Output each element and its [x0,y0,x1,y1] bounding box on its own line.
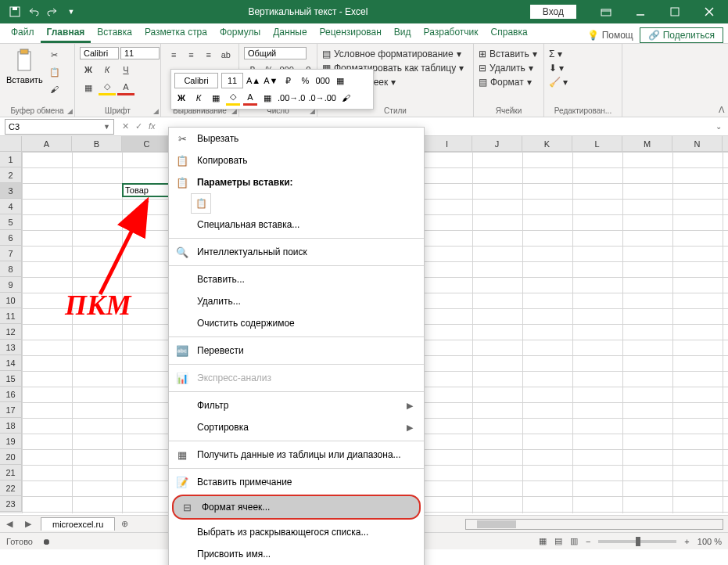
tab-home[interactable]: Главная [41,23,91,43]
row-header-7[interactable]: 7 [0,246,22,261]
wrap-text-icon[interactable]: ab [218,47,234,63]
col-header-B[interactable]: B [72,136,122,151]
zoom-slider[interactable] [598,540,676,543]
row-header-11[interactable]: 11 [0,308,22,324]
font-dialog-icon[interactable]: ◢ [153,107,159,115]
tab-layout[interactable]: Разметка стра [138,23,213,43]
row-header-19[interactable]: 19 [0,434,22,449]
row-header-3[interactable]: 3 [0,183,22,199]
copy-icon[interactable]: 📋 [46,64,63,80]
sheet-nav-prev-icon[interactable]: ◀ [0,519,19,529]
mini-inc-decimal-icon[interactable]: .0→.00 [308,90,335,106]
cm-smart-lookup[interactable]: 🔍Интеллектуальный поиск [169,241,424,263]
font-color-button[interactable]: A [117,80,134,95]
mini-format-painter-icon[interactable]: 🖌 [339,90,353,106]
mini-italic-button[interactable]: К [192,90,206,106]
font-size-select[interactable]: 11 [120,47,160,59]
mini-border2-button[interactable]: ▦ [260,90,274,106]
align-bottom-icon[interactable]: ≡ [201,47,217,63]
tab-data[interactable]: Данные [267,23,313,43]
row-header-18[interactable]: 18 [0,418,22,434]
redo-icon[interactable] [45,5,59,19]
cm-paste-special[interactable]: Специальная вставка... [169,214,424,236]
mini-decrease-font-icon[interactable]: A▼ [264,73,278,88]
insert-cells-button[interactable]: ⊞Вставить ▾ [479,47,539,61]
underline-button[interactable]: Ч [117,62,134,77]
mini-increase-font-icon[interactable]: A▲ [246,73,260,88]
formula-bar-expand-icon[interactable]: ⌄ [709,122,728,131]
cm-clear[interactable]: Очистить содержимое [169,312,424,334]
bold-button[interactable]: Ж [80,62,97,77]
select-all-corner[interactable] [0,136,22,151]
save-icon[interactable] [8,5,22,19]
clipboard-dialog-icon[interactable]: ◢ [67,107,73,115]
cm-dropdown-list[interactable]: Выбрать из раскрывающегося списка... [169,521,424,543]
number-format-select[interactable]: Общий [244,47,307,59]
clear-button[interactable]: 🧹 ▾ [549,75,617,89]
fill-button[interactable]: ⬇ ▾ [549,61,617,75]
format-cells-button[interactable]: ▤Формат ▾ [479,75,539,89]
mini-font-select[interactable]: Calibri [174,73,218,88]
cm-table-data[interactable]: ▦Получить данные из таблицы или диапазон… [169,444,424,466]
add-sheet-icon[interactable]: ⊕ [115,519,134,529]
tab-view[interactable]: Вид [388,23,418,43]
name-box[interactable]: C3▼ [5,119,114,135]
cm-cut[interactable]: ✂Вырезать [169,128,424,149]
delete-cells-button[interactable]: ⊟Удалить ▾ [479,61,539,75]
format-painter-icon[interactable]: 🖌 [46,81,63,97]
cm-delete[interactable]: Удалить... [169,290,424,312]
cut-icon[interactable]: ✂ [46,47,63,63]
col-header-L[interactable]: L [572,136,622,151]
sheet-tab[interactable]: microexcel.ru [41,517,115,531]
border-button[interactable]: ▦ [80,80,97,95]
zoom-level[interactable]: 100 % [698,537,722,546]
col-header-J[interactable]: J [472,136,522,151]
cm-format-cells[interactable]: ⊟Формат ячеек... [172,495,421,520]
mini-font-color-button[interactable]: A [243,90,257,106]
tab-formulas[interactable]: Формулы [213,23,267,43]
row-header-4[interactable]: 4 [0,199,22,214]
share-button[interactable]: 🔗Поделиться [640,27,723,43]
macro-record-icon[interactable]: ⏺ [42,537,51,546]
sheet-nav-next-icon[interactable]: ▶ [19,519,38,529]
row-header-12[interactable]: 12 [0,324,22,340]
col-header-C[interactable]: C [122,136,172,151]
row-header-1[interactable]: 1 [0,152,22,167]
tab-review[interactable]: Рецензирован [314,23,388,43]
view-normal-icon[interactable]: ▦ [539,536,547,546]
view-page-icon[interactable]: ▤ [554,536,562,546]
align-middle-icon[interactable]: ≡ [183,47,199,63]
qat-dropdown-icon[interactable]: ▼ [64,5,78,19]
minimize-icon[interactable] [625,0,656,23]
col-header-M[interactable]: M [622,136,672,151]
row-header-17[interactable]: 17 [0,402,22,418]
cm-insert[interactable]: Вставить... [169,268,424,290]
fx-icon[interactable]: fx [149,121,156,131]
hscroll-thumb[interactable] [477,520,516,528]
mini-currency-icon[interactable]: ₽ [281,73,295,88]
col-header-N[interactable]: N [672,136,723,151]
row-header-13[interactable]: 13 [0,340,22,355]
mini-size-select[interactable]: 11 [221,73,243,88]
view-break-icon[interactable]: ▥ [570,536,578,546]
row-header-15[interactable]: 15 [0,371,22,387]
col-header-A[interactable]: A [22,136,72,151]
enter-formula-icon[interactable]: ✓ [135,121,142,131]
active-cell[interactable]: Товар [122,183,170,197]
conditional-format-button[interactable]: ▤Условное форматирование ▾ [322,47,468,61]
row-header-14[interactable]: 14 [0,355,22,371]
tell-me[interactable]: 💡Помощ [581,27,640,43]
cm-filter[interactable]: Фильтр▶ [169,394,424,416]
mini-fill-button[interactable]: ◇ [226,90,240,106]
tab-help[interactable]: Справка [485,23,534,43]
row-header-20[interactable]: 20 [0,449,22,465]
close-icon[interactable] [694,0,725,23]
zoom-thumb[interactable] [636,537,640,546]
login-button[interactable]: Вход [530,5,576,19]
col-header-I[interactable]: I [422,136,472,151]
autosum-button[interactable]: Σ ▾ [549,47,617,61]
zoom-out-icon[interactable]: − [586,537,590,546]
cm-comment[interactable]: 📝Вставить примечание [169,471,424,493]
cm-sort[interactable]: Сортировка▶ [169,416,424,438]
collapse-ribbon-icon[interactable]: ᐱ [719,105,725,115]
